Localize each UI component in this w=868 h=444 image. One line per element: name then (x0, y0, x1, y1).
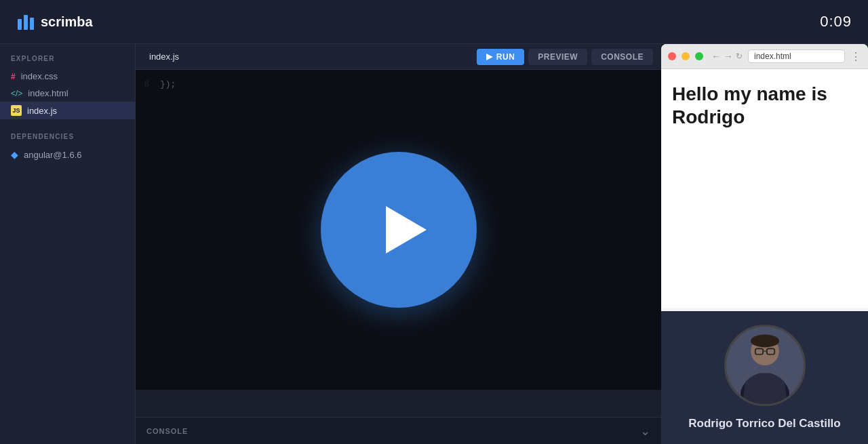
instructor-name: Rodrigo Torrico Del Castillo (688, 417, 840, 430)
preview-heading-line2: Rodrigo (672, 106, 745, 127)
play-overlay[interactable] (136, 70, 661, 390)
console-expand-icon[interactable]: ⌄ (640, 424, 650, 439)
preview-label: PREVIEW (538, 52, 578, 62)
topbar: scrimba 0:09 (0, 0, 868, 44)
explorer-label: EXPLORER (0, 55, 135, 68)
dep-icon: ◆ (11, 149, 18, 160)
editor-tabs: index.js RUN PREVIEW CONSOLE (136, 44, 661, 70)
sidebar-deps: DEPENDENCIES ◆ angular@1.6.6 (0, 133, 135, 163)
sidebar: EXPLORER # index.css </> index.html JS i… (0, 44, 136, 444)
console-bar: CONSOLE ⌄ (136, 417, 661, 444)
html-icon: </> (11, 89, 22, 98)
file-item-css[interactable]: # index.css (0, 68, 135, 85)
traffic-light-yellow[interactable] (682, 52, 690, 60)
preview-heading: Hello my name is Rodrigo (672, 83, 857, 128)
browser-menu-icon[interactable]: ⋮ (850, 50, 861, 63)
nav-refresh-icon[interactable]: ↻ (736, 51, 743, 62)
run-label: RUN (496, 52, 515, 62)
traffic-light-green[interactable] (695, 52, 703, 60)
css-icon: # (11, 72, 16, 81)
svg-point-10 (751, 334, 779, 347)
browser-mockup: ← → ↻ index.html ⋮ Hello my name is Rodr… (661, 44, 868, 311)
nav-back-icon[interactable]: ← (711, 51, 721, 62)
preview-panel: ← → ↻ index.html ⋮ Hello my name is Rodr… (661, 44, 868, 444)
logo-icon (16, 12, 35, 31)
file-name-html: index.html (28, 88, 68, 98)
svg-marker-4 (386, 206, 427, 254)
dep-name-angular: angular@1.6.6 (24, 150, 81, 160)
logo-text: scrimba (41, 14, 93, 30)
console-label: CONSOLE (601, 52, 644, 62)
console-bar-label: CONSOLE (146, 427, 188, 435)
toolbar: RUN PREVIEW CONSOLE (477, 49, 653, 65)
editor-area: index.js RUN PREVIEW CONSOLE 8 }); (136, 44, 661, 444)
file-name-css: index.css (21, 71, 58, 81)
nav-forward-icon[interactable]: → (724, 51, 733, 62)
play-button[interactable] (321, 152, 477, 308)
avatar (724, 325, 806, 406)
run-button[interactable]: RUN (477, 49, 525, 65)
svg-rect-0 (18, 19, 22, 30)
browser-chrome: ← → ↻ index.html ⋮ (661, 44, 868, 69)
active-tab[interactable]: index.js (144, 52, 184, 62)
browser-content: Hello my name is Rodrigo (661, 69, 868, 308)
traffic-light-red[interactable] (668, 52, 676, 60)
console-button[interactable]: CONSOLE (591, 49, 653, 65)
address-bar[interactable]: index.html (748, 49, 845, 63)
main-layout: EXPLORER # index.css </> index.html JS i… (0, 44, 868, 444)
dependencies-label: DEPENDENCIES (0, 133, 135, 146)
svg-rect-2 (30, 18, 34, 30)
preview-heading-line1: Hello my name is (672, 83, 827, 104)
js-icon: JS (11, 105, 22, 116)
logo[interactable]: scrimba (16, 12, 93, 31)
dep-item-angular[interactable]: ◆ angular@1.6.6 (0, 146, 135, 163)
svg-marker-3 (486, 54, 493, 60)
file-item-js[interactable]: JS index.js (0, 102, 135, 119)
timer: 0:09 (820, 13, 852, 31)
code-editor[interactable]: 8 }); (136, 70, 661, 417)
instructor-panel: Rodrigo Torrico Del Castillo (661, 311, 868, 444)
preview-button[interactable]: PREVIEW (528, 49, 587, 65)
browser-nav: ← → ↻ (711, 51, 743, 62)
file-name-js: index.js (27, 106, 57, 116)
svg-rect-1 (24, 15, 28, 30)
file-item-html[interactable]: </> index.html (0, 85, 135, 102)
